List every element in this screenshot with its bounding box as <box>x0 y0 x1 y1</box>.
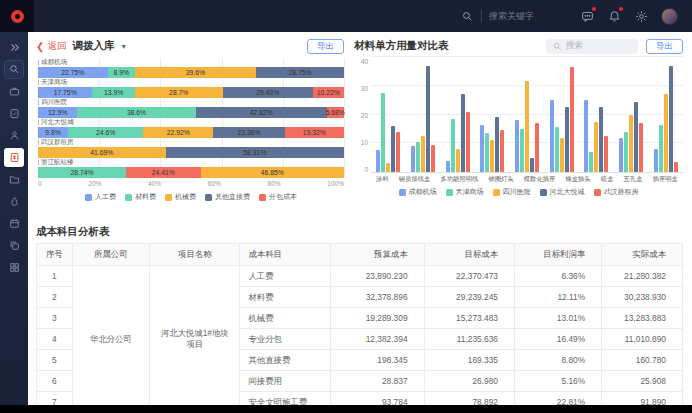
bar <box>674 162 678 172</box>
cell-actual: 160.780 <box>602 350 683 371</box>
panel-search-placeholder: 搜索 <box>566 40 583 52</box>
bar <box>525 81 529 172</box>
legend-item[interactable]: 河北大悦城 <box>540 187 585 197</box>
cell-no: 2 <box>37 287 73 308</box>
cell-no: 4 <box>37 329 73 350</box>
grouped-bar-chart: 403020100 涂料钢质接线盒多功能照明线铁圈灯头模数化插座橡皮插头暗盒五孔… <box>354 58 683 197</box>
cell-margin: 6.36% <box>515 266 602 287</box>
bar-segment: 46.85% <box>201 167 344 178</box>
legend-item[interactable]: 其他直接费 <box>205 192 250 202</box>
bar <box>421 136 425 172</box>
cell-target: 15,273.483 <box>424 308 514 329</box>
bar-segment: 58.31% <box>166 147 344 158</box>
app-window: 搜索关键字 ❮ 返回 <box>0 0 692 413</box>
cell-no: 6 <box>37 371 73 392</box>
bar-segment: 17.75% <box>38 87 92 98</box>
chevron-left-icon: ❮ <box>36 41 44 52</box>
bar <box>386 163 390 172</box>
x-axis: 020%40%60%80%100% <box>38 180 344 188</box>
column-header: 实际成本 <box>602 244 683 266</box>
sidebar-item-briefcase-icon[interactable] <box>4 82 24 101</box>
bar <box>634 102 638 172</box>
legend-item[interactable]: 机械费 <box>165 192 196 202</box>
cell-actual: 13,283.883 <box>602 308 683 329</box>
cell-subject: 人工费 <box>240 266 330 287</box>
x-axis-tick: 暗盒 <box>601 175 614 183</box>
legend-item[interactable]: 成都机场 <box>399 187 437 197</box>
messages-icon[interactable] <box>580 9 594 23</box>
export-button[interactable]: 导出 <box>646 39 683 54</box>
x-axis-tick: 涂料 <box>376 175 389 183</box>
legend-item[interactable]: 分包成本 <box>259 192 297 202</box>
panel-title-dropdown[interactable]: 调拨入库 ▼ <box>72 39 127 53</box>
sidebar-item-calendar-icon[interactable] <box>4 214 24 233</box>
cell-no: 3 <box>37 308 73 329</box>
bar-row: 成都机场22.75%8.9%39.6%28.75% <box>38 58 344 78</box>
bar-segment: 24.6% <box>68 127 143 138</box>
bar-group <box>654 66 678 172</box>
legend-item[interactable]: 人工费 <box>85 192 116 202</box>
bar <box>584 100 588 172</box>
bar-row: 四川医院12.9%38.6%42.82%5.68% <box>38 98 344 118</box>
back-link[interactable]: ❮ 返回 <box>36 40 66 53</box>
bar-segment: 19.32% <box>285 127 344 138</box>
bell-icon[interactable] <box>607 9 621 23</box>
topbar-icons <box>580 8 678 25</box>
legend-item[interactable]: 天津商场 <box>446 187 484 197</box>
bar-segment: 12.9% <box>38 107 77 118</box>
legend-swatch <box>125 194 132 201</box>
bar <box>456 149 460 172</box>
column-header: 成本科目 <box>240 244 330 266</box>
cell-budget: 23,890.230 <box>330 266 424 287</box>
category-label: 武汉群租房 <box>38 138 344 147</box>
export-button[interactable]: 导出 <box>307 39 344 54</box>
bar-segment: 23.36% <box>213 127 284 138</box>
bar-segment: 13.9% <box>92 87 135 98</box>
legend-item[interactable]: 材料费 <box>125 192 156 202</box>
sidebar-item-expand-icon[interactable] <box>4 38 24 57</box>
user-avatar[interactable] <box>661 8 678 25</box>
sidebar-item-folder-icon[interactable] <box>4 170 24 189</box>
bar <box>426 66 430 172</box>
bar <box>555 127 559 172</box>
transfer-inbound-panel: ❮ 返回 调拨入库 ▼ 导出 成都机场22.75%8.9%39.6%28.75%… <box>36 37 344 221</box>
topbar: 搜索关键字 <box>0 0 692 32</box>
global-search[interactable]: 搜索关键字 <box>460 9 534 23</box>
taskbar-strip <box>0 405 692 413</box>
main-content: ❮ 返回 调拨入库 ▼ 导出 成都机场22.75%8.9%39.6%28.75%… <box>28 32 692 405</box>
search-icon <box>460 9 474 23</box>
app-logo[interactable] <box>0 0 34 32</box>
legend-item[interactable]: 四川医院 <box>493 187 531 197</box>
column-header: 目标成本 <box>424 244 514 266</box>
sidebar-item-grid-icon[interactable] <box>4 258 24 277</box>
bar <box>599 107 603 172</box>
y-axis-tick: 20 <box>361 112 368 119</box>
gear-icon[interactable] <box>634 9 648 23</box>
bar <box>604 136 608 172</box>
bar-segment: 5.68% <box>327 107 344 118</box>
sidebar-item-copy-icon[interactable] <box>4 236 24 255</box>
x-axis-tick: 20% <box>88 180 101 188</box>
bar-group <box>411 66 435 172</box>
bar-segment: 28.75% <box>256 67 344 78</box>
bar <box>530 158 534 172</box>
sidebar-item-droplet-icon[interactable] <box>4 192 24 211</box>
legend-item[interactable]: 武汉群租房 <box>594 187 639 197</box>
bar-row: 河北大悦城9.8%24.6%22.92%23.36%19.32% <box>38 118 344 138</box>
sidebar-item-search-icon[interactable] <box>4 60 24 79</box>
bar <box>629 115 633 173</box>
bar <box>560 138 564 173</box>
y-axis-tick: 10 <box>361 139 368 146</box>
table-header-row: 序号所属公司项目名称成本科目预算成本目标成本目标利润率实际成本 <box>37 244 683 266</box>
bar-row: 浙江航站楼28.74%24.41%46.85% <box>38 158 344 178</box>
bar-row: 武汉群租房41.69%58.31% <box>38 138 344 158</box>
panel-search-input[interactable]: 搜索 <box>546 39 638 54</box>
cell-subject: 间接费用 <box>240 371 330 392</box>
bar <box>461 94 465 172</box>
sidebar-item-user-icon[interactable] <box>4 126 24 145</box>
sidebar-item-cost-document-icon[interactable] <box>4 148 24 167</box>
sidebar-item-clipboard-edit-icon[interactable] <box>4 104 24 123</box>
back-label: 返回 <box>47 40 66 53</box>
y-axis-tick: 40 <box>361 58 368 65</box>
divider <box>481 10 482 22</box>
